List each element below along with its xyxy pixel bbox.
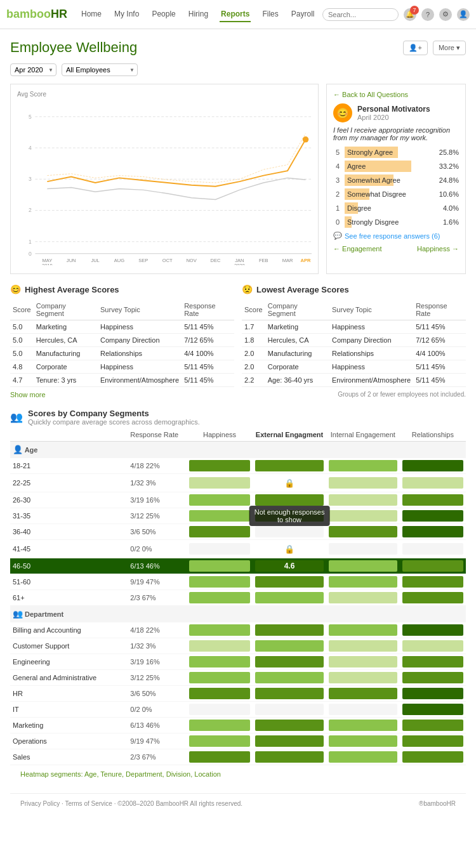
list-item: Operations 9/19 47% <box>10 733 466 749</box>
svg-text:3: 3 <box>29 176 32 182</box>
response-rate: 2/3 67% <box>128 749 187 765</box>
score-cell: 4.8 <box>10 360 34 374</box>
list-item: 46-50 6/13 46% 4.6 <box>10 558 466 574</box>
hm-cell-happiness <box>187 749 253 765</box>
highest-scores-header: 😊 Highest Average Scores <box>10 284 234 294</box>
footer-left: Privacy Policy · Terms of Service · ©200… <box>20 800 242 807</box>
row-label: 36-40 <box>10 524 128 540</box>
show-more-highest[interactable]: Show more <box>10 391 234 398</box>
see-responses-link[interactable]: 💬 See free response answers (6) <box>333 232 459 240</box>
chart-section: Avg Score 5 4 3 2 1 0 <box>10 84 466 274</box>
hm-cell-internal <box>326 540 400 558</box>
hm-cell-relationships <box>400 524 466 540</box>
row-label: 31-35 <box>10 508 128 524</box>
score-num: 5 <box>333 148 342 156</box>
col-response-rate: Response Rate <box>128 428 187 442</box>
hm-cell-external <box>253 638 326 654</box>
page-header: Employee Wellbeing 👤+ More ▾ <box>10 39 466 56</box>
col-score: Score <box>10 299 34 320</box>
next-question[interactable]: Happiness → <box>417 245 459 253</box>
table-row: 1.7 Marketing Happiness 5/11 45% <box>242 320 466 334</box>
topic-cell: Happiness <box>329 360 413 374</box>
segment-cell: Marketing <box>265 320 329 334</box>
score-bar-wrap: Somewhat Disgree <box>345 188 433 200</box>
hm-cell-internal <box>326 622 400 638</box>
list-item: 31-35 3/12 25% <box>10 508 466 524</box>
list-item: 41-45 0/2 0% 🔒 <box>10 540 466 558</box>
hm-cell-relationships <box>400 718 466 733</box>
date-filter-wrap: Apr 2020 <box>10 63 56 76</box>
score-label: Somewhat Agree <box>347 174 400 186</box>
nav-payroll[interactable]: Payroll <box>290 7 316 22</box>
list-item: IT 0/2 0% <box>10 702 466 718</box>
header-actions: 👤+ More ▾ <box>403 41 466 55</box>
row-label: 46-50 <box>10 558 128 574</box>
list-item: HR 3/6 50% <box>10 686 466 702</box>
score-bar-wrap: Agree <box>345 161 433 172</box>
back-link[interactable]: ← Back to All Questions <box>333 91 459 98</box>
col-rate: Response Rate <box>182 299 234 320</box>
svg-text:MAR: MAR <box>282 258 293 263</box>
score-label: Disgree <box>347 202 371 214</box>
score-row-2: 2 Somewhat Disgree 10.6% <box>333 188 459 200</box>
date-filter[interactable]: Apr 2020 <box>10 63 56 76</box>
nav-people[interactable]: People <box>150 7 176 22</box>
score-num: 3 <box>333 176 342 184</box>
prev-question[interactable]: ← Engagement <box>333 245 381 253</box>
table-row: 4.7 Tenure: 3 yrs Environment/Atmosphere… <box>10 374 234 387</box>
share-button[interactable]: 👤+ <box>403 41 427 55</box>
nav-home[interactable]: Home <box>80 7 103 22</box>
heatmap-segments-link[interactable]: Heatmap segments: Age, Tenure, Departmen… <box>10 765 466 783</box>
score-pct: 1.6% <box>436 218 459 226</box>
navigation: bambooHR Home My Info People Hiring Repo… <box>0 0 476 29</box>
segment-header: 👥 Scores by Company Segments Quickly com… <box>10 409 466 426</box>
rate-cell: 5/11 45% <box>413 320 466 334</box>
highest-scores-title: Highest Average Scores <box>25 285 119 294</box>
nav-hiring[interactable]: Hiring <box>187 7 209 22</box>
employees-filter[interactable]: All Employees <box>62 63 138 76</box>
hm-cell-external <box>253 654 326 670</box>
hm-cell-relationships <box>400 670 466 686</box>
notification-badge[interactable]: 🔔 7 <box>404 8 416 21</box>
user-avatar[interactable]: 👤 <box>457 8 470 21</box>
hm-cell-internal <box>326 574 400 590</box>
segment-icon: 👥 <box>10 411 23 423</box>
hm-cell-happiness <box>187 524 253 540</box>
settings-icon[interactable]: ⚙ <box>439 8 452 21</box>
nav-myinfo[interactable]: My Info <box>113 7 140 22</box>
row-label: Engineering <box>10 654 128 670</box>
svg-text:APR: APR <box>301 258 312 263</box>
topic-cell: Happiness <box>98 320 182 334</box>
hm-cell-happiness <box>187 492 253 508</box>
col-topic: Survey Topic <box>98 299 182 320</box>
list-item: 26-30 3/19 16% <box>10 492 466 508</box>
hm-cell-relationships <box>400 749 466 765</box>
score-bar-wrap: Disgree <box>345 202 433 214</box>
hm-cell-happiness <box>187 654 253 670</box>
help-icon[interactable]: ? <box>421 8 434 21</box>
more-button[interactable]: More ▾ <box>433 41 466 55</box>
segment-subtitle: Quickly compare average scores across de… <box>28 418 200 426</box>
response-rate: 4/18 22% <box>128 458 187 474</box>
hm-cell-relationships <box>400 622 466 638</box>
segment-title: Scores by Company Segments <box>28 409 200 418</box>
score-cell: 5.0 <box>10 334 34 347</box>
nav-files[interactable]: Files <box>261 7 279 22</box>
table-row: 4.8 Corporate Happiness 5/11 45% <box>10 360 234 374</box>
notification-count: 7 <box>410 6 419 15</box>
hm-cell-internal <box>326 458 400 474</box>
hm-cell-happiness <box>187 702 253 718</box>
group-label: 👥 Department <box>10 606 466 622</box>
hm-cell-relationships <box>400 474 466 492</box>
list-item: Marketing 6/13 46% <box>10 718 466 733</box>
hm-cell-relationships <box>400 686 466 702</box>
rate-cell: 5/11 45% <box>182 374 234 387</box>
response-rate: 6/13 46% <box>128 558 187 574</box>
hm-cell-internal <box>326 702 400 718</box>
nav-reports[interactable]: Reports <box>220 7 251 22</box>
topic-cell: Happiness <box>98 360 182 374</box>
score-label: Agree <box>347 161 366 172</box>
hm-cell-happiness <box>187 718 253 733</box>
hm-cell-relationships <box>400 654 466 670</box>
search-input[interactable] <box>322 8 399 21</box>
